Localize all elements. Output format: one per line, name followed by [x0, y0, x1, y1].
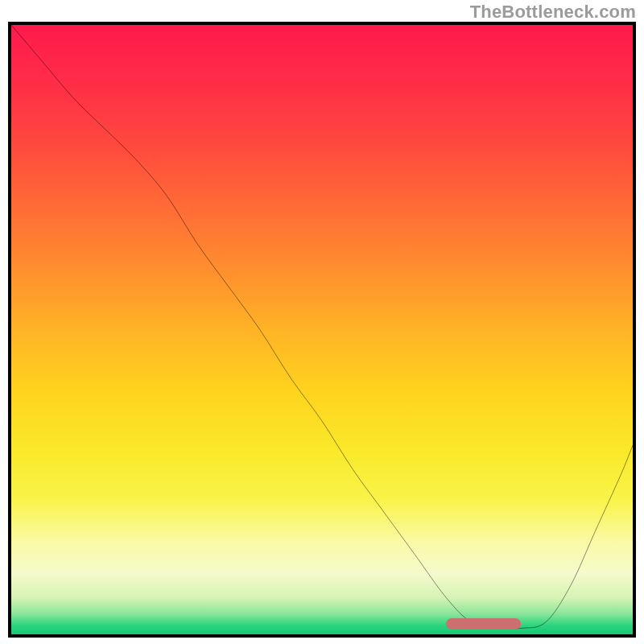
optimal-range-marker	[446, 618, 521, 630]
watermark-text: TheBottleneck.com	[470, 2, 636, 23]
chart-frame	[8, 22, 636, 638]
bottleneck-curve	[11, 25, 633, 634]
